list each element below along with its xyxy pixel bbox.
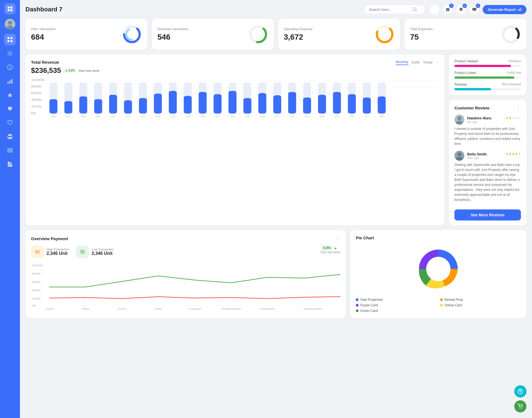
sidebar [0,0,20,418]
reviewer-name-1: Bella Smith [467,152,487,156]
svg-text:18: 18 [230,115,235,117]
stat-label-0: Inter. transaction [31,27,56,31]
svg-line-28 [416,10,417,11]
legend-sale-properties: Sale Properties [356,298,437,302]
svg-rect-3 [10,9,12,11]
svg-point-14 [10,66,10,67]
sidebar-item-info[interactable] [4,61,16,73]
reviewer-stars-1: ★★★★★ [506,152,521,156]
low-transaction-stat: Low Transaction 2,346 Unit [76,245,114,258]
svg-text:19: 19 [245,115,250,117]
bottom-row: Overview Payment ⋮ High Transaction 2,34… [25,230,526,318]
svg-point-154 [426,257,451,281]
svg-rect-81 [169,91,177,114]
svg-text:06: 06 [51,115,56,117]
reviewer-stars-0: ★★★★★ [506,116,521,120]
svg-rect-32 [518,9,518,11]
reviewer-time-1: 20m ago [467,156,521,160]
svg-rect-114 [333,92,341,114]
svg-text:15: 15 [185,115,190,117]
svg-text:26: 26 [350,115,354,117]
svg-text:13: 13 [156,115,160,117]
mini-stat-label-2: Reviews [454,83,467,86]
sidebar-item-doc[interactable] [4,158,16,170]
customer-review-card: Customer Review ⋮ Hawkins Maru ★★★★★ [449,100,526,225]
svg-text:28: 28 [380,115,384,117]
reviewer-avatar-1 [454,151,464,161]
svg-rect-90 [214,94,222,114]
svg-point-11 [9,53,11,54]
avatar[interactable] [5,19,15,29]
sidebar-item-heart[interactable] [4,103,16,115]
svg-rect-60 [64,101,72,114]
stat-label-3: Total Expenses [410,27,433,31]
svg-text:June: June [117,307,126,310]
low-tx-label: Low Transaction [92,248,114,251]
main-content: Dashboard 7 2 [20,0,532,418]
svg-point-129 [457,152,461,156]
float-support-button[interactable] [514,385,526,398]
overview-line-chart: 1000k 800k 600k 400k 200k 0k [31,262,340,306]
svg-text:200k: 200k [31,105,42,108]
overview-payment-card: Overview Payment ⋮ High Transaction 2,34… [25,230,346,318]
high-tx-icon [31,245,44,258]
gift-icon-button[interactable]: 2 [443,4,453,14]
stat-value-2: 3,672 [284,33,313,42]
tab-daily[interactable]: Daily [412,60,420,65]
stat-label-1: Domestic transaction [157,27,188,31]
svg-text:April: April [45,307,53,310]
see-more-reviews-button[interactable]: See More Reviews [454,209,521,220]
svg-rect-111 [318,95,326,114]
bell-icon-button[interactable]: 12 [456,4,466,14]
svg-point-37 [126,29,137,40]
tab-today[interactable]: Today [423,60,433,65]
sidebar-item-analytics[interactable] [4,75,16,87]
mini-stat-reviews: Reviews 456 Comment [454,83,521,90]
mini-stat-val-1: 3,456 Unit [507,71,521,75]
sidebar-item-star[interactable] [4,89,16,101]
svg-text:1000k: 1000k [31,78,45,81]
floating-buttons [514,385,526,412]
legend-dot-green [356,309,359,312]
legend-purple-card: Purple Card [356,303,437,307]
high-tx-label: High Transaction [47,248,70,251]
svg-rect-99 [258,93,266,114]
search-bar[interactable] [364,5,425,14]
review-card-header: Customer Review ⋮ [454,105,521,111]
svg-rect-57 [49,99,57,114]
svg-rect-69 [109,95,117,114]
tab-monthly[interactable]: Monthly [396,60,408,65]
chat-icon-button[interactable]: 5 [469,4,479,14]
generate-report-button[interactable]: Generate Report [483,5,526,14]
svg-rect-16 [9,80,11,84]
svg-point-156 [520,408,520,409]
svg-rect-8 [11,37,12,39]
stat-value-3: 75 [410,33,433,42]
overview-change: 0,8% ▲ than last week [321,245,340,254]
svg-text:14: 14 [171,115,175,117]
sidebar-item-settings[interactable] [4,48,16,59]
svg-rect-131 [35,250,40,254]
reviewer-time-0: 5m ago [467,120,521,124]
revenue-title: Total Revenue [31,60,59,65]
svg-rect-102 [273,95,281,114]
sidebar-item-dashboard[interactable] [4,34,16,45]
review-more-icon[interactable]: ⋮ [516,105,521,111]
svg-text:22: 22 [290,115,294,117]
svg-rect-0 [7,6,10,9]
tab-more[interactable]: ··· [436,60,439,65]
content-row: Total Revenue Monthly Daily Today ··· $2… [25,54,526,225]
mini-stat-val-2: 456 Comment [502,83,521,86]
legend-dot-yellow [440,304,443,307]
search-input[interactable] [369,7,410,12]
float-cart-button[interactable] [514,400,526,412]
theme-toggle-button[interactable] [429,4,439,14]
svg-rect-23 [7,150,13,151]
sidebar-item-print[interactable] [4,131,16,142]
overview-more-icon[interactable]: ⋮ [335,235,340,242]
svg-text:12: 12 [141,115,145,117]
stat-label-2: Operating Revenue [284,27,313,31]
sidebar-item-list[interactable] [4,145,16,156]
svg-text:21: 21 [275,115,280,117]
sidebar-item-heart-outline[interactable] [4,117,16,129]
